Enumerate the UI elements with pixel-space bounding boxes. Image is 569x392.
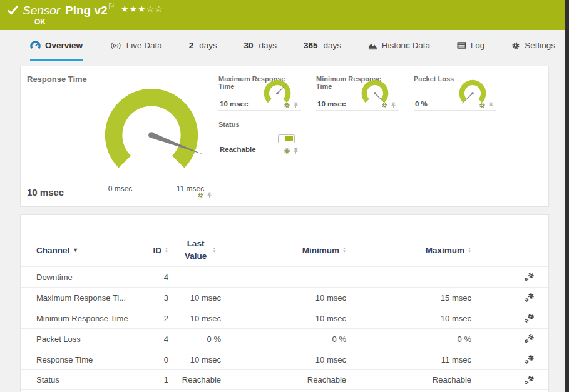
column-header-maximum[interactable]: Maximum ▲▼ [346, 246, 471, 255]
pin-icon[interactable] [390, 102, 397, 109]
live-signal-icon [110, 41, 122, 50]
channel-table-body: Downtime -4 Maximum Response Ti... 3 10 … [21, 266, 548, 390]
channel-settings-icon[interactable] [524, 293, 535, 303]
tab-label: days [323, 41, 341, 50]
main-gauge-value: 10 msec [27, 187, 64, 198]
mini-gauges: Status Reachable Maximum Response Time 1… [217, 66, 548, 206]
channel-minimum: 10 msec [221, 293, 346, 303]
right-edge-panel [565, 0, 569, 392]
tab-label: days [199, 41, 217, 50]
sensor-status-badge: OK [34, 18, 46, 26]
column-header-minimum[interactable]: Minimum ▲▼ [221, 246, 346, 255]
sort-icon: ▲▼ [468, 247, 471, 253]
sensor-title: Ping v2 [65, 4, 108, 18]
flag-icon[interactable]: ⚐ [108, 1, 115, 11]
status-toggle-indicator[interactable] [278, 134, 295, 143]
channel-id: 3 [130, 293, 168, 303]
table-row[interactable]: Response Time 0 10 msec 10 msec 11 msec [21, 349, 548, 369]
gear-icon[interactable] [197, 192, 204, 199]
response-time-panel[interactable]: Response Time 0 msec 11 msec 10 msec [21, 66, 217, 201]
tab-label: Historic Data [382, 41, 430, 50]
channel-minimum: Reachable [221, 375, 346, 384]
channel-settings-icon[interactable] [524, 375, 535, 385]
tab-live-data[interactable]: Live Data [110, 30, 162, 61]
tab-label: Log [471, 41, 485, 50]
channel-name[interactable]: Response Time [36, 355, 130, 364]
channel-name[interactable]: Downtime [36, 273, 130, 282]
channel-id: 0 [130, 355, 168, 364]
channel-maximum: Reachable [346, 375, 471, 384]
settings-gear-icon [511, 41, 520, 50]
channel-last-value: Reachable [168, 375, 221, 384]
area-chart-icon [368, 41, 377, 50]
pin-icon[interactable] [292, 102, 299, 109]
channel-maximum: 11 msec [346, 355, 471, 364]
table-header-row: Channel ▼ ID ▲▼ Last Value ▲▼ Minimum ▲▼… [21, 238, 548, 266]
gauge-icon [30, 41, 41, 50]
mini-gauge-panel[interactable]: Minimum Response Time 10 msec [316, 71, 399, 111]
gear-icon[interactable] [381, 102, 388, 109]
tab-log[interactable]: Log [457, 30, 485, 61]
gear-icon[interactable] [479, 102, 486, 109]
channel-name[interactable]: Status [36, 375, 130, 384]
gear-icon[interactable] [284, 148, 290, 154]
tab-30-days[interactable]: 30 days [244, 30, 277, 61]
tab-settings[interactable]: Settings [511, 30, 555, 61]
pin-icon[interactable] [292, 148, 299, 154]
column-header-channel[interactable]: Channel ▼ [36, 246, 130, 255]
mini-gauge-value: 10 msec [317, 100, 346, 108]
channel-id: 1 [130, 375, 168, 384]
tab-label: Overview [45, 41, 83, 50]
gear-icon[interactable] [284, 102, 290, 109]
channel-minimum: 0 % [221, 334, 346, 344]
channel-last-value: 10 msec [168, 314, 221, 323]
table-row[interactable]: Packet Loss 4 0 % 0 % 0 % [21, 328, 548, 349]
pin-icon[interactable] [488, 102, 495, 109]
tab-label: days [259, 41, 277, 50]
channel-name[interactable]: Packet Loss [36, 334, 130, 344]
pin-icon[interactable] [206, 192, 213, 199]
channel-id: 2 [130, 314, 168, 323]
sort-icon: ▲▼ [213, 247, 217, 253]
channel-id: 4 [130, 334, 168, 344]
channel-last-value: 10 msec [168, 293, 221, 303]
channel-last-value: 0 % [168, 334, 221, 344]
channel-minimum: 10 msec [221, 355, 346, 364]
gauge-min-label: 0 msec [101, 184, 140, 193]
tab-2-days[interactable]: 2 days [189, 30, 217, 61]
mini-gauge-value: 10 msec [220, 100, 248, 108]
tab-overview[interactable]: Overview [30, 30, 83, 61]
column-header-last-value[interactable]: Last Value ▲▼ [168, 238, 221, 262]
tab-label: Live Data [126, 41, 162, 50]
channel-settings-icon[interactable] [524, 354, 535, 364]
mini-gauge-panel[interactable]: Packet Loss 0 % [414, 71, 496, 111]
table-row[interactable]: Downtime -4 [21, 266, 548, 287]
channel-settings-icon[interactable] [524, 272, 535, 282]
table-row[interactable]: Status 1 Reachable Reachable Reachable [21, 369, 548, 390]
status-panel-title: Status [218, 116, 301, 128]
table-row[interactable]: Minimum Response Time 2 10 msec 10 msec … [21, 308, 548, 328]
channel-name[interactable]: Maximum Response Ti... [36, 293, 130, 303]
mini-gauge-value: 0 % [415, 100, 428, 108]
sort-desc-icon: ▼ [73, 247, 78, 253]
channel-maximum: 15 msec [346, 293, 471, 303]
channel-settings-icon[interactable] [524, 313, 535, 323]
log-list-icon [457, 41, 466, 49]
column-header-id[interactable]: ID ▲▼ [130, 246, 168, 255]
tab-bar: Overview Live Data 2 days 30 days 365 da… [0, 30, 565, 61]
priority-stars[interactable]: ★★★☆☆ [121, 4, 163, 14]
response-time-gauge [85, 79, 218, 178]
tab-label: Settings [525, 41, 555, 50]
tab-365-days[interactable]: 365 days [304, 30, 341, 61]
tab-historic-data[interactable]: Historic Data [368, 30, 430, 61]
channel-minimum: 10 msec [221, 314, 346, 323]
channel-id: -4 [130, 273, 168, 282]
channel-settings-icon[interactable] [524, 334, 535, 344]
mini-gauge-panel[interactable]: Maximum Response Time 10 msec [218, 71, 301, 111]
table-row[interactable]: Maximum Response Ti... 3 10 msec 10 msec… [21, 287, 548, 308]
status-channel-panel[interactable]: Status Reachable [218, 116, 301, 156]
overview-gauges-card: Response Time 0 msec 11 msec 10 msec Sta… [20, 66, 549, 207]
status-toggle-knob [285, 136, 293, 141]
channels-table-card: Channel ▼ ID ▲▼ Last Value ▲▼ Minimum ▲▼… [20, 214, 549, 392]
channel-name[interactable]: Minimum Response Time [36, 314, 130, 323]
